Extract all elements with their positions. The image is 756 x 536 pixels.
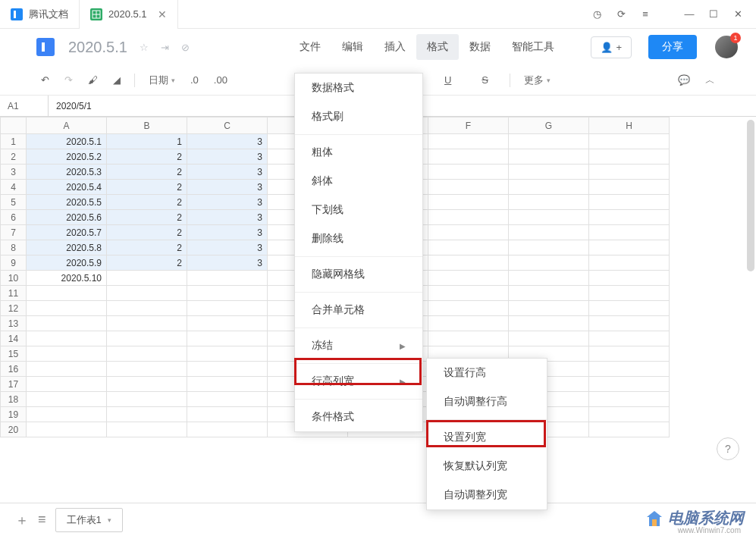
row-header[interactable]: 5: [1, 195, 27, 210]
cell[interactable]: [509, 331, 589, 346]
row-header[interactable]: 9: [1, 255, 27, 271]
underline-button[interactable]: U: [440, 71, 456, 89]
cell[interactable]: 2: [107, 180, 187, 195]
row-header[interactable]: 6: [1, 210, 27, 225]
cell[interactable]: 2020.5.8: [27, 240, 107, 255]
cell[interactable]: [428, 180, 509, 195]
row-header[interactable]: 12: [1, 301, 27, 316]
cell[interactable]: [187, 407, 268, 422]
row-header[interactable]: 4: [1, 180, 27, 195]
cell[interactable]: [27, 316, 107, 331]
submenu-item[interactable]: 自动调整列宽: [427, 481, 547, 509]
row-header[interactable]: 18: [1, 392, 27, 407]
cell[interactable]: [428, 255, 509, 271]
menu-格式[interactable]: 格式: [416, 34, 459, 60]
cell[interactable]: [589, 195, 670, 210]
column-header[interactable]: H: [589, 118, 670, 134]
cell[interactable]: [107, 346, 187, 362]
cell[interactable]: 2020.5.6: [27, 210, 107, 225]
cell[interactable]: [27, 286, 107, 301]
format-menu-item[interactable]: 行高列宽▶: [295, 367, 422, 396]
format-menu-item[interactable]: 粗体: [295, 138, 422, 167]
cell[interactable]: [428, 271, 509, 286]
cell[interactable]: [107, 301, 187, 316]
cell[interactable]: [428, 331, 509, 346]
cell[interactable]: [27, 377, 107, 392]
cell[interactable]: [589, 210, 670, 225]
row-header[interactable]: 7: [1, 225, 27, 240]
cell[interactable]: [27, 301, 107, 316]
list-sheets-button[interactable]: ≡: [38, 512, 46, 528]
cell[interactable]: [107, 377, 187, 392]
redo-button[interactable]: ↷: [60, 71, 77, 89]
cell[interactable]: [428, 134, 509, 149]
submenu-item[interactable]: 设置行高: [427, 359, 547, 387]
cell[interactable]: [589, 225, 670, 240]
menu-icon[interactable]: ≡: [639, 8, 651, 20]
cell[interactable]: [509, 149, 589, 165]
cell[interactable]: 3: [187, 210, 268, 225]
row-header[interactable]: 19: [1, 407, 27, 422]
cell[interactable]: [589, 301, 670, 316]
column-header[interactable]: B: [107, 118, 187, 134]
row-header[interactable]: 17: [1, 377, 27, 392]
format-menu-item[interactable]: 合并单元格: [295, 296, 422, 324]
cell[interactable]: [187, 286, 268, 301]
tab-document[interactable]: 2020.5.1 ✕: [80, 0, 178, 29]
cell[interactable]: 2: [107, 255, 187, 271]
format-menu-item[interactable]: 数据格式: [295, 74, 422, 102]
format-menu-item[interactable]: 删除线: [295, 224, 422, 253]
menu-智能工具[interactable]: 智能工具: [501, 34, 565, 60]
submenu-item[interactable]: 自动调整行高: [427, 387, 547, 416]
cell[interactable]: [27, 422, 107, 437]
menu-数据[interactable]: 数据: [459, 34, 501, 60]
cell[interactable]: 2020.5.1: [27, 134, 107, 149]
format-menu-item[interactable]: 格式刷: [295, 102, 422, 131]
cell[interactable]: [589, 180, 670, 195]
decrease-decimal-button[interactable]: .0: [186, 71, 203, 89]
cell[interactable]: [509, 316, 589, 331]
increase-decimal-button[interactable]: .00: [209, 71, 232, 89]
cell[interactable]: [589, 271, 670, 286]
cell[interactable]: [27, 407, 107, 422]
cell[interactable]: [589, 422, 670, 437]
cell[interactable]: [509, 286, 589, 301]
move-folder-icon[interactable]: ⇥: [161, 42, 169, 53]
cell[interactable]: [428, 165, 509, 180]
formula-bar[interactable]: 2020/5/1: [49, 101, 99, 111]
cell[interactable]: [27, 362, 107, 377]
cell[interactable]: [187, 422, 268, 437]
menu-文件[interactable]: 文件: [289, 34, 331, 60]
undo-button[interactable]: ↶: [36, 71, 54, 89]
row-header[interactable]: 10: [1, 271, 27, 286]
add-collaborator-button[interactable]: 👤+: [591, 36, 632, 58]
cell[interactable]: 3: [187, 195, 268, 210]
cell[interactable]: [589, 149, 670, 165]
cell[interactable]: [187, 392, 268, 407]
cell[interactable]: 2020.5.9: [27, 255, 107, 271]
cell[interactable]: [428, 240, 509, 255]
row-header[interactable]: 11: [1, 286, 27, 301]
format-menu-item[interactable]: 下划线: [295, 196, 422, 224]
cell[interactable]: [187, 362, 268, 377]
history-icon[interactable]: ◷: [591, 8, 603, 20]
cell[interactable]: [428, 316, 509, 331]
cell[interactable]: [589, 362, 670, 377]
cell[interactable]: [107, 271, 187, 286]
avatar[interactable]: 1: [715, 36, 738, 58]
select-all-corner[interactable]: [1, 118, 27, 134]
cell[interactable]: [428, 286, 509, 301]
cell[interactable]: [428, 149, 509, 165]
cell[interactable]: 2: [107, 210, 187, 225]
cell[interactable]: [589, 331, 670, 346]
cell[interactable]: [187, 316, 268, 331]
cell[interactable]: [428, 225, 509, 240]
cell[interactable]: 3: [187, 134, 268, 149]
cell[interactable]: 3: [187, 240, 268, 255]
cell[interactable]: [509, 180, 589, 195]
cell[interactable]: [589, 134, 670, 149]
format-painter-button[interactable]: 🖌: [83, 71, 102, 89]
column-header[interactable]: F: [428, 118, 509, 134]
cell[interactable]: [589, 240, 670, 255]
cell[interactable]: 2020.5.4: [27, 180, 107, 195]
